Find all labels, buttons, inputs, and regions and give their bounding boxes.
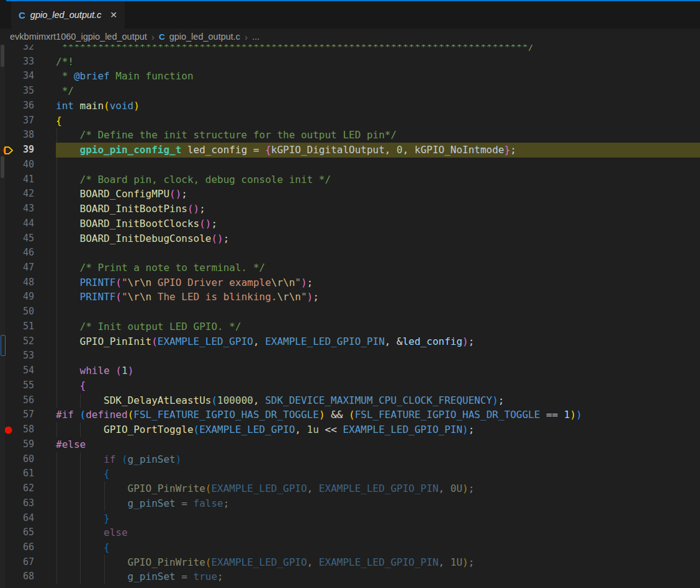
glyph-margin[interactable] bbox=[5, 246, 19, 261]
glyph-margin[interactable] bbox=[5, 187, 19, 202]
code-text[interactable] bbox=[56, 246, 700, 261]
code-text[interactable]: { bbox=[56, 540, 700, 555]
glyph-margin[interactable] bbox=[5, 466, 19, 481]
glyph-margin[interactable] bbox=[5, 305, 19, 319]
code-text[interactable]: /*! bbox=[56, 55, 700, 69]
code-line[interactable]: 42 BOARD_ConfigMPU(); bbox=[5, 187, 700, 202]
code-text[interactable] bbox=[56, 305, 700, 319]
code-line[interactable]: 57#if (defined(FSL_FEATURE_IGPIO_HAS_DR_… bbox=[5, 408, 700, 422]
glyph-margin[interactable] bbox=[5, 99, 19, 114]
code-text[interactable]: #if (defined(FSL_FEATURE_IGPIO_HAS_DR_TO… bbox=[56, 408, 700, 422]
code-line[interactable]: 67 GPIO_PinWrite(EXAMPLE_LED_GPIO, EXAMP… bbox=[5, 555, 700, 570]
breakpoint-icon[interactable] bbox=[5, 422, 19, 437]
line-number[interactable]: 59 bbox=[19, 437, 34, 452]
code-line[interactable]: 34 * @brief Main function bbox=[5, 69, 700, 84]
code-line[interactable]: 60 if (g_pinSet) bbox=[5, 452, 700, 467]
line-number[interactable]: 64 bbox=[19, 511, 34, 526]
code-text[interactable]: BOARD_ConfigMPU(); bbox=[56, 187, 700, 202]
code-text[interactable]: { bbox=[56, 466, 700, 481]
code-text[interactable]: /* Define the init structure for the out… bbox=[56, 128, 700, 143]
code-text[interactable]: while (1) bbox=[56, 363, 700, 378]
line-number[interactable]: 57 bbox=[19, 408, 34, 422]
glyph-margin[interactable] bbox=[5, 540, 19, 555]
code-line[interactable]: 51 /* Init output LED GPIO. */ bbox=[5, 319, 700, 334]
code-text[interactable]: */ bbox=[56, 84, 700, 99]
line-number[interactable]: 44 bbox=[19, 216, 34, 231]
line-number[interactable]: 52 bbox=[19, 334, 34, 349]
line-number[interactable]: 40 bbox=[19, 158, 34, 172]
line-number[interactable]: 55 bbox=[19, 378, 34, 393]
line-number[interactable]: 32 bbox=[19, 45, 34, 55]
line-number[interactable]: 36 bbox=[19, 99, 34, 114]
line-number[interactable]: 49 bbox=[19, 290, 34, 305]
code-line[interactable]: 43 BOARD_InitBootPins(); bbox=[5, 202, 700, 216]
line-number[interactable]: 38 bbox=[19, 128, 34, 143]
code-line[interactable]: 46 bbox=[5, 246, 700, 261]
code-text[interactable] bbox=[56, 158, 700, 172]
line-number[interactable]: 63 bbox=[19, 496, 34, 511]
code-line[interactable]: 37{ bbox=[5, 114, 700, 128]
glyph-margin[interactable] bbox=[5, 393, 19, 408]
glyph-margin[interactable] bbox=[5, 511, 19, 526]
code-text[interactable]: BOARD_InitDebugConsole(); bbox=[56, 231, 700, 246]
tab-gpio-led-output[interactable]: C gpio_led_output.c ✕ bbox=[11, 0, 125, 29]
line-number[interactable]: 68 bbox=[19, 569, 34, 584]
line-number[interactable]: 34 bbox=[19, 69, 34, 84]
code-text[interactable]: GPIO_PinWrite(EXAMPLE_LED_GPIO, EXAMPLE_… bbox=[56, 555, 700, 570]
code-line[interactable]: 47 /* Print a note to terminal. */ bbox=[5, 261, 700, 275]
code-text[interactable]: * @brief Main function bbox=[56, 69, 700, 84]
code-line[interactable]: 66 { bbox=[5, 540, 700, 555]
code-line[interactable]: 36int main(void) bbox=[5, 99, 700, 114]
glyph-margin[interactable] bbox=[5, 437, 19, 452]
tab-close-icon[interactable]: ✕ bbox=[110, 10, 117, 20]
glyph-margin[interactable] bbox=[5, 525, 19, 540]
glyph-margin[interactable] bbox=[5, 261, 19, 275]
code-text[interactable]: #else bbox=[56, 437, 700, 452]
debug-arrow-icon[interactable] bbox=[5, 143, 19, 158]
glyph-margin[interactable] bbox=[5, 496, 19, 511]
code-text[interactable]: /* Init output LED GPIO. */ bbox=[56, 319, 700, 334]
line-number[interactable]: 33 bbox=[19, 55, 34, 69]
glyph-margin[interactable] bbox=[5, 84, 19, 99]
code-text[interactable]: } bbox=[56, 511, 700, 526]
code-line[interactable]: 35 */ bbox=[5, 84, 700, 99]
glyph-margin[interactable] bbox=[5, 408, 19, 422]
line-number[interactable]: 56 bbox=[19, 393, 34, 408]
line-number[interactable]: 51 bbox=[19, 319, 34, 334]
code-line[interactable]: 62 GPIO_PinWrite(EXAMPLE_LED_GPIO, EXAMP… bbox=[5, 481, 700, 496]
line-number[interactable]: 43 bbox=[19, 202, 34, 216]
code-line[interactable]: 65 else bbox=[5, 525, 700, 540]
code-line[interactable]: 33/*! bbox=[5, 55, 700, 69]
code-line[interactable]: 52 GPIO_PinInit(EXAMPLE_LED_GPIO, EXAMPL… bbox=[5, 334, 700, 349]
line-number[interactable]: 41 bbox=[19, 172, 34, 187]
code-line[interactable]: 68 g_pinSet = true; bbox=[5, 569, 700, 584]
code-text[interactable]: BOARD_InitBootClocks(); bbox=[56, 216, 700, 231]
code-text[interactable]: if (g_pinSet) bbox=[56, 452, 700, 467]
line-number[interactable]: 61 bbox=[19, 466, 34, 481]
code-line[interactable]: 49 PRINTF("\r\n The LED is blinking.\r\n… bbox=[5, 290, 700, 305]
code-line[interactable]: 64 } bbox=[5, 511, 700, 526]
glyph-margin[interactable] bbox=[5, 363, 19, 378]
glyph-margin[interactable] bbox=[5, 202, 19, 216]
glyph-margin[interactable] bbox=[5, 481, 19, 496]
code-line[interactable]: 32 *************************************… bbox=[5, 45, 700, 55]
line-number[interactable]: 47 bbox=[19, 261, 34, 275]
debug-stopped-line[interactable]: gpio_pin_config_t led_config = {kGPIO_Di… bbox=[56, 143, 700, 158]
line-number[interactable]: 35 bbox=[19, 84, 34, 99]
code-line[interactable]: 54 while (1) bbox=[5, 363, 700, 378]
glyph-margin[interactable] bbox=[5, 555, 19, 570]
code-text[interactable]: GPIO_PinInit(EXAMPLE_LED_GPIO, EXAMPLE_L… bbox=[56, 334, 700, 349]
code-line[interactable]: 48 PRINTF("\r\n GPIO Driver example\r\n"… bbox=[5, 275, 700, 290]
code-line[interactable]: 61 { bbox=[5, 466, 700, 481]
code-line[interactable]: 44 BOARD_InitBootClocks(); bbox=[5, 216, 700, 231]
line-number[interactable]: 45 bbox=[19, 231, 34, 246]
code-text[interactable] bbox=[56, 349, 700, 363]
line-number[interactable]: 54 bbox=[19, 363, 34, 378]
code-editor[interactable]: 32 *************************************… bbox=[0, 45, 700, 588]
code-line[interactable]: 40 bbox=[5, 158, 700, 172]
line-number[interactable]: 62 bbox=[19, 481, 34, 496]
line-number[interactable]: 42 bbox=[19, 187, 34, 202]
line-number[interactable]: 39 bbox=[19, 143, 34, 158]
code-text[interactable]: GPIO_PortToggle(EXAMPLE_LED_GPIO, 1u << … bbox=[56, 422, 700, 437]
code-line[interactable]: 55 { bbox=[5, 378, 700, 393]
